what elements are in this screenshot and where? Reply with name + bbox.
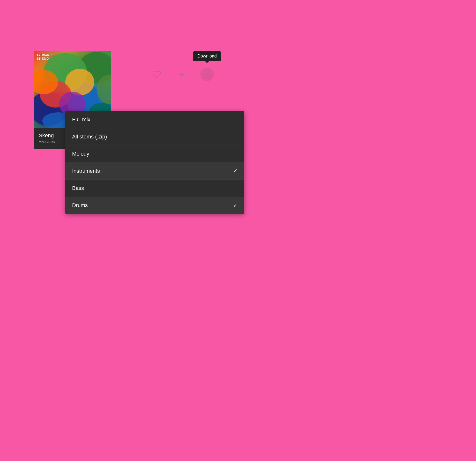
action-buttons-group: Download [150,68,214,81]
menu-item-label: All stems (.zip) [72,134,107,140]
album-label: AZUCARES SKENG [37,54,53,61]
menu-item-label: Drums [72,202,88,208]
checkmark-icon: ✓ [233,168,238,174]
download-tooltip: Download [193,51,221,61]
add-button[interactable] [175,68,189,81]
menu-item-full-mix[interactable]: Full mix [65,111,244,128]
menu-item-all-stems-zip[interactable]: All stems (.zip) [65,128,244,145]
menu-item-instruments[interactable]: Instruments✓ [65,163,244,180]
like-button[interactable] [150,68,163,81]
menu-item-label: Full mix [72,116,90,123]
menu-item-label: Bass [72,185,84,191]
download-icon [203,70,211,79]
album-label-line2: SKENG [37,57,53,61]
menu-item-drums[interactable]: Drums✓ [65,197,244,214]
heart-icon [152,70,161,79]
menu-item-bass[interactable]: Bass [65,180,244,197]
album-label-line1: AZUCARES [37,54,53,57]
download-button[interactable]: Download [200,68,214,81]
tooltip-text: Download [197,54,217,58]
menu-item-melody[interactable]: Melody [65,145,244,163]
menu-item-label: Melody [72,151,89,157]
checkmark-icon: ✓ [233,202,238,208]
menu-item-label: Instruments [72,168,100,174]
download-dropdown: Full mixAll stems (.zip)MelodyInstrument… [65,111,244,214]
plus-icon [178,70,186,79]
